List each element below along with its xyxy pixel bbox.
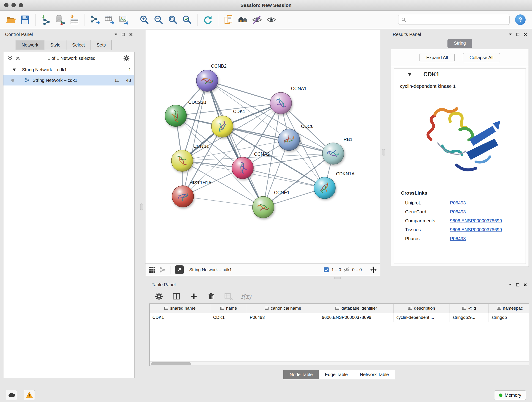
table-cell[interactable]: CDK1 <box>150 313 210 322</box>
network-collection-row[interactable]: String Network – cdk1 1 <box>3 64 134 75</box>
network-share-icon[interactable] <box>159 266 166 273</box>
table-cell[interactable]: CDK1 <box>210 313 247 322</box>
column-header-description[interactable]: description <box>394 304 450 313</box>
detach-view-button[interactable] <box>175 265 184 274</box>
table-horizontal-scrollbar[interactable] <box>150 361 529 366</box>
crosslink-value-link[interactable]: P06493 <box>450 236 466 241</box>
delete-column-trash-icon[interactable] <box>206 291 216 301</box>
import-network-database-button[interactable] <box>53 13 67 27</box>
warnings-button[interactable] <box>24 390 35 400</box>
selected-checkbox-icon[interactable] <box>323 267 329 273</box>
tab-string[interactable]: String <box>447 39 472 48</box>
table-cell[interactable]: stringdb:9... <box>450 313 489 322</box>
disclosure-triangle-icon[interactable] <box>13 69 16 71</box>
network-edge[interactable] <box>207 81 263 207</box>
column-header-namespac[interactable]: namespac <box>489 304 529 313</box>
clone-network-button[interactable] <box>89 13 102 27</box>
table-row[interactable]: CDK1CDK1P064939606.ENSP00000378699cyclin… <box>150 313 529 322</box>
scrollbar-thumb[interactable] <box>151 362 191 365</box>
expand-all-button[interactable]: Expand All <box>419 53 455 62</box>
collapse-all-button[interactable]: Collapse All <box>463 53 500 62</box>
collapse-all-icon[interactable] <box>7 56 13 61</box>
network-edge[interactable] <box>207 81 281 103</box>
zoom-in-button[interactable] <box>138 13 151 27</box>
panel-close-icon[interactable] <box>524 283 527 287</box>
search-box[interactable] <box>398 15 510 25</box>
network-node-CDC25B[interactable] <box>165 105 186 127</box>
open-session-button[interactable] <box>4 13 17 27</box>
duplicate-document-button[interactable] <box>222 13 235 27</box>
pan-move-icon[interactable] <box>370 266 377 273</box>
network-options-gear-icon[interactable] <box>123 55 130 62</box>
tab-network[interactable]: Network <box>16 40 44 50</box>
home-view-button[interactable] <box>236 13 249 27</box>
column-header-name[interactable]: name <box>210 304 247 313</box>
network-node-CCNA2[interactable] <box>232 157 253 179</box>
search-input[interactable] <box>408 17 507 22</box>
tab-sets[interactable]: Sets <box>90 40 112 50</box>
right-splitter-handle[interactable] <box>382 149 385 156</box>
network-node-CDKN1A[interactable] <box>314 177 336 199</box>
bottom-splitter-handle[interactable] <box>334 277 341 279</box>
hide-selected-button[interactable] <box>250 13 264 27</box>
tab-select[interactable]: Select <box>66 40 91 50</box>
network-canvas[interactable]: CCNB2CCNA1CDC25BCDK1CDC6RB1CCNB1CCNA2CDK… <box>146 30 380 263</box>
panel-float-icon[interactable] <box>516 283 519 287</box>
crosslink-value-link[interactable]: P06493 <box>450 209 466 215</box>
table-cell[interactable]: cyclin-dependent ... <box>394 313 450 322</box>
network-node-CCNA1[interactable] <box>270 92 292 114</box>
import-table-file-button[interactable] <box>68 13 81 27</box>
panel-menu-icon[interactable] <box>114 33 118 36</box>
help-button[interactable]: ? <box>515 14 526 25</box>
table-cell[interactable]: 9606.ENSP00000378699 <box>319 313 394 322</box>
panel-menu-icon[interactable] <box>509 283 512 286</box>
hidden-eye-slash-icon[interactable] <box>343 267 350 273</box>
network-node-HIST1H1A[interactable] <box>172 186 194 207</box>
export-table-button[interactable] <box>103 13 116 27</box>
left-splitter-handle[interactable] <box>140 204 143 211</box>
zoom-fit-button[interactable] <box>166 13 179 27</box>
refresh-layout-button[interactable] <box>201 13 215 27</box>
column-header-canonical-name[interactable]: canonical name <box>247 304 319 313</box>
tab-edge-table[interactable]: Edge Table <box>319 370 354 379</box>
network-node-CCNB2[interactable] <box>196 70 218 91</box>
import-network-file-button[interactable] <box>39 13 52 27</box>
network-edge[interactable] <box>183 81 207 196</box>
table-cell[interactable]: stringdb <box>489 313 529 322</box>
tab-style[interactable]: Style <box>44 40 66 50</box>
tab-network-table[interactable]: Network Table <box>354 370 395 379</box>
grid-view-icon[interactable] <box>149 266 156 273</box>
column-header--id[interactable]: @id <box>450 304 489 313</box>
show-all-button[interactable] <box>265 13 278 27</box>
panel-close-icon[interactable] <box>524 33 527 36</box>
table-cell[interactable]: P06493 <box>247 313 319 322</box>
column-header-database-identifier[interactable]: database identifier <box>319 304 394 313</box>
export-image-button[interactable] <box>117 13 130 27</box>
panel-float-icon[interactable] <box>122 33 125 36</box>
zoom-selected-button[interactable] <box>180 13 194 27</box>
expand-all-icon[interactable] <box>15 56 20 61</box>
disclosure-triangle-icon[interactable] <box>408 73 412 76</box>
zoom-out-button[interactable] <box>152 13 165 27</box>
panel-float-icon[interactable] <box>516 33 519 36</box>
crosslink-value-link[interactable]: P06493 <box>450 200 466 206</box>
minimize-window-button[interactable] <box>12 3 16 7</box>
close-window-button[interactable] <box>4 3 8 7</box>
tab-node-table[interactable]: Node Table <box>283 370 319 379</box>
memory-button[interactable]: Memory <box>494 390 526 400</box>
network-node-CCNB1[interactable] <box>171 150 193 172</box>
protein-card-header[interactable]: CDK1 <box>394 69 526 80</box>
network-node-CDK1[interactable] <box>211 116 233 137</box>
save-session-button[interactable] <box>18 13 32 27</box>
network-node-CDC6[interactable] <box>278 129 300 151</box>
crosslink-value-link[interactable]: 9606.ENSP00000378699 <box>450 218 502 223</box>
network-node-CCNE1[interactable] <box>253 196 274 218</box>
network-edge[interactable] <box>183 196 263 207</box>
create-column-plus-icon[interactable] <box>189 291 199 301</box>
panel-menu-icon[interactable] <box>509 33 512 36</box>
cloud-status-button[interactable] <box>6 390 17 400</box>
table-settings-gear-icon[interactable] <box>154 291 164 301</box>
column-header-shared-name[interactable]: shared name <box>150 304 210 313</box>
show-columns-icon[interactable] <box>171 291 181 301</box>
network-row[interactable]: String Network – cdk1 11 48 <box>3 75 134 85</box>
